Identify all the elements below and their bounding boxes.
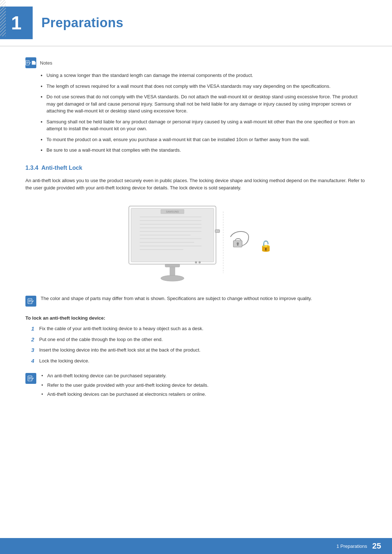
corner-decoration bbox=[0, 0, 6, 36]
content-area: Notes Using a screw longer than the stan… bbox=[0, 46, 392, 438]
list-item: 1 Fix the cable of your anti-theft locki… bbox=[31, 325, 367, 333]
svg-rect-27 bbox=[237, 244, 238, 246]
chapter-number: 1 bbox=[11, 13, 22, 32]
svg-rect-18 bbox=[165, 264, 180, 267]
list-item: 2 Put one end of the cable through the l… bbox=[31, 336, 367, 344]
list-item: The length of screws required for a wall… bbox=[40, 83, 367, 90]
step-number: 2 bbox=[31, 336, 39, 344]
svg-rect-19 bbox=[170, 267, 175, 276]
note-icon bbox=[25, 296, 36, 307]
illustration-note-text: The color and shape of parts may differ … bbox=[41, 295, 312, 302]
notes-icon bbox=[25, 57, 36, 68]
footer-chapter-text: 1 Preparations bbox=[336, 543, 367, 549]
list-item: Be sure to use a wall-mount kit that com… bbox=[40, 147, 367, 154]
list-item: Samsung shall not be held liable for any… bbox=[40, 118, 367, 132]
list-item: Do not use screws that do not comply wit… bbox=[40, 93, 367, 115]
pencil-icon-3 bbox=[28, 375, 34, 382]
list-item: 3 Insert the locking device into the ant… bbox=[31, 346, 367, 354]
chapter-title: Preparations bbox=[41, 15, 123, 30]
illustration-container: SAMSUNG bbox=[25, 201, 367, 284]
list-item: Using a screw longer than the standard l… bbox=[40, 72, 367, 79]
bottom-notes-list: An anti-theft locking device can be purc… bbox=[41, 372, 208, 400]
notes-header: Notes bbox=[25, 57, 367, 68]
notes-block: Notes Using a screw longer than the stan… bbox=[25, 57, 367, 154]
chapter-header: 1 Preparations bbox=[0, 0, 392, 46]
procedure-heading: To lock an anti-theft locking device: bbox=[25, 315, 367, 321]
section-body: An anti-theft lock allows you to use the… bbox=[25, 177, 367, 192]
pencil-icon bbox=[25, 59, 31, 66]
page: 1 Preparations Notes bbox=[0, 0, 392, 554]
notes-list: Using a screw longer than the standard l… bbox=[25, 72, 367, 154]
svg-text:SAMSUNG: SAMSUNG bbox=[166, 210, 179, 213]
list-item: Refer to the user guide provided with yo… bbox=[41, 382, 208, 389]
steps-list: 1 Fix the cable of your anti-theft locki… bbox=[25, 325, 367, 365]
list-item: To mount the product on a wall, ensure y… bbox=[40, 136, 367, 143]
section-heading: 1.3.4 Anti-theft Lock bbox=[25, 165, 367, 171]
bottom-notes-block: An anti-theft locking device can be purc… bbox=[25, 372, 367, 400]
svg-text:🔓: 🔓 bbox=[260, 240, 272, 252]
step-number: 3 bbox=[31, 346, 39, 354]
list-item: An anti-theft locking device can be purc… bbox=[41, 372, 208, 379]
step-number: 1 bbox=[31, 325, 39, 333]
illustration-note-block: The color and shape of parts may differ … bbox=[25, 295, 367, 307]
list-item: Anti-theft locking devices can be purcha… bbox=[41, 391, 208, 398]
list-item: 4 Lock the locking device. bbox=[31, 357, 367, 365]
page-footer: 1 Preparations 25 bbox=[0, 538, 392, 554]
monitor-illustration: SAMSUNG bbox=[118, 201, 274, 284]
svg-point-22 bbox=[199, 261, 201, 263]
svg-point-20 bbox=[161, 275, 184, 281]
notes-label: Notes bbox=[40, 60, 52, 66]
pencil-icon-2 bbox=[28, 298, 34, 304]
footer-page-number: 25 bbox=[372, 541, 381, 551]
svg-point-21 bbox=[195, 261, 197, 263]
step-number: 4 bbox=[31, 357, 39, 365]
note-icon-bottom bbox=[25, 373, 36, 384]
svg-rect-23 bbox=[215, 230, 220, 233]
